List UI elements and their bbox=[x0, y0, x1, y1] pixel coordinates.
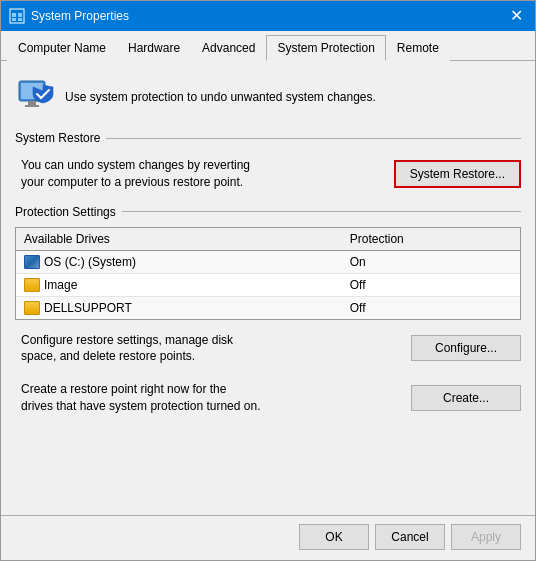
svg-rect-7 bbox=[28, 101, 36, 105]
info-row: Use system protection to undo unwanted s… bbox=[15, 73, 521, 121]
svg-rect-1 bbox=[12, 13, 16, 17]
protection-settings-section: Protection Settings Available Drives Pro… bbox=[15, 205, 521, 419]
system-restore-text: You can undo system changes by reverting… bbox=[21, 157, 261, 191]
configure-text: Configure restore settings, manage disk … bbox=[21, 332, 261, 366]
close-button[interactable]: ✕ bbox=[506, 8, 527, 24]
os-drive-icon bbox=[24, 255, 40, 269]
cancel-button[interactable]: Cancel bbox=[375, 524, 445, 550]
system-protection-icon bbox=[15, 77, 55, 117]
tab-computer-name[interactable]: Computer Name bbox=[7, 35, 117, 61]
configure-button[interactable]: Configure... bbox=[411, 335, 521, 361]
tab-content: Use system protection to undo unwanted s… bbox=[1, 61, 535, 515]
title-bar: System Properties ✕ bbox=[1, 1, 535, 31]
col-protection: Protection bbox=[342, 228, 520, 251]
system-restore-section: System Restore You can undo system chang… bbox=[15, 131, 521, 195]
title-bar-content: System Properties bbox=[9, 8, 129, 24]
dellsupport-drive-icon bbox=[24, 301, 40, 315]
system-restore-header: System Restore bbox=[15, 131, 521, 145]
system-properties-window: System Properties ✕ Computer Name Hardwa… bbox=[0, 0, 536, 561]
drive-name-os: OS (C:) (System) bbox=[16, 250, 342, 273]
create-text: Create a restore point right now for the… bbox=[21, 381, 261, 415]
drive-name-image: Image bbox=[16, 273, 342, 296]
configure-row: Configure restore settings, manage disk … bbox=[15, 328, 521, 370]
drive-name-dellsupport: DELLSUPPORT bbox=[16, 296, 342, 319]
title-text: System Properties bbox=[31, 9, 129, 23]
tab-system-protection[interactable]: System Protection bbox=[266, 35, 385, 61]
tab-remote[interactable]: Remote bbox=[386, 35, 450, 61]
info-text: Use system protection to undo unwanted s… bbox=[65, 90, 376, 104]
svg-rect-2 bbox=[18, 13, 22, 17]
bottom-buttons: OK Cancel Apply bbox=[1, 515, 535, 560]
tab-hardware[interactable]: Hardware bbox=[117, 35, 191, 61]
window-icon bbox=[9, 8, 25, 24]
create-row: Create a restore point right now for the… bbox=[15, 377, 521, 419]
protection-settings-header: Protection Settings bbox=[15, 205, 521, 219]
system-restore-button[interactable]: System Restore... bbox=[394, 160, 521, 188]
col-drives: Available Drives bbox=[16, 228, 342, 251]
svg-rect-8 bbox=[25, 105, 39, 107]
image-drive-icon bbox=[24, 278, 40, 292]
system-restore-body: You can undo system changes by reverting… bbox=[15, 153, 521, 195]
drive-protection-image: Off bbox=[342, 273, 520, 296]
table-row[interactable]: OS (C:) (System) On bbox=[16, 250, 520, 273]
tab-advanced[interactable]: Advanced bbox=[191, 35, 266, 61]
drive-protection-os: On bbox=[342, 250, 520, 273]
protection-table: Available Drives Protection OS (C:) (Sys… bbox=[16, 228, 520, 319]
svg-rect-4 bbox=[18, 18, 22, 21]
tab-bar: Computer Name Hardware Advanced System P… bbox=[1, 31, 535, 61]
ok-button[interactable]: OK bbox=[299, 524, 369, 550]
apply-button[interactable]: Apply bbox=[451, 524, 521, 550]
table-row[interactable]: Image Off bbox=[16, 273, 520, 296]
svg-rect-3 bbox=[12, 18, 16, 21]
drive-protection-dellsupport: Off bbox=[342, 296, 520, 319]
protection-table-container: Available Drives Protection OS (C:) (Sys… bbox=[15, 227, 521, 320]
table-row[interactable]: DELLSUPPORT Off bbox=[16, 296, 520, 319]
create-button[interactable]: Create... bbox=[411, 385, 521, 411]
